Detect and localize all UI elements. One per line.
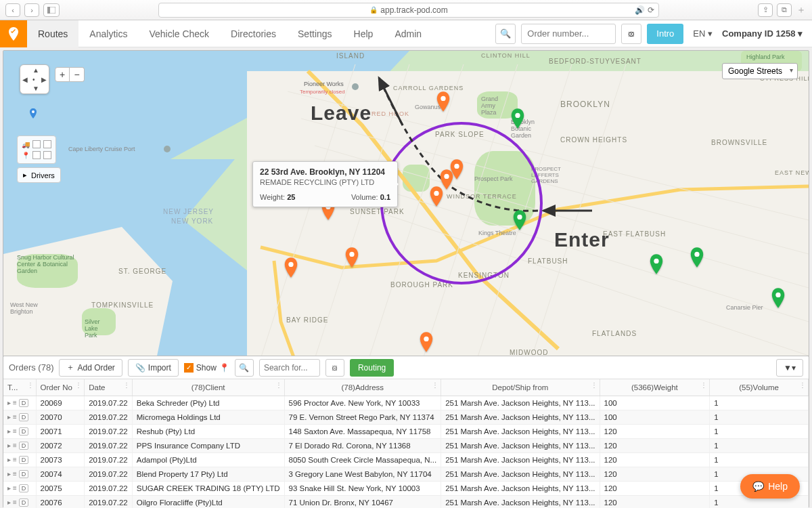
- import-button[interactable]: 📎Import: [128, 359, 179, 377]
- map-marker[interactable]: [344, 247, 359, 268]
- map-label: BROOKLYN: [560, 100, 610, 109]
- svg-point-14: [654, 259, 658, 263]
- svg-point-11: [444, 174, 449, 179]
- pin-icon: 📍: [219, 363, 229, 373]
- url-text: app.track-pod.com: [380, 5, 447, 15]
- svg-point-16: [775, 293, 780, 297]
- filter-button[interactable]: ▼▾: [776, 359, 803, 377]
- map-label: Grand Army Plaza: [481, 96, 508, 116]
- svg-point-8: [349, 252, 354, 257]
- sidebar-toggle[interactable]: [43, 3, 60, 17]
- table-row[interactable]: ▸≡D 200762019.07.22Oilgro Floracliffe (P…: [3, 495, 809, 508]
- nav-routes[interactable]: Routes: [27, 20, 78, 47]
- map-label: EAST FLATBUSH: [603, 230, 666, 238]
- svg-point-9: [288, 262, 293, 267]
- svg-point-15: [694, 252, 699, 257]
- nav-help[interactable]: Help: [343, 20, 384, 47]
- pin-button[interactable]: [28, 108, 39, 125]
- share-icon[interactable]: ⇪: [758, 3, 773, 17]
- map-label: Temporarily closed: [300, 89, 345, 95]
- map-marker[interactable]: [690, 247, 704, 268]
- annotation-enter: Enter: [554, 228, 610, 251]
- order-search-input[interactable]: [521, 24, 616, 44]
- map-layers-panel[interactable]: 🚚 📍: [17, 135, 56, 164]
- table-row[interactable]: ▸≡D 200712019.07.22Reshub (Pty) Ltd148 S…: [3, 424, 809, 438]
- zoom-control[interactable]: + −: [55, 67, 85, 82]
- map-label: NEW JERSEY: [163, 208, 214, 215]
- map-layer-select[interactable]: Google Streets: [722, 63, 798, 79]
- map-marker[interactable]: [284, 257, 298, 278]
- map-label: CLINTON HILL: [481, 52, 531, 59]
- intro-button[interactable]: Intro: [647, 24, 683, 44]
- zoom-out-button[interactable]: −: [70, 67, 85, 82]
- language-selector[interactable]: EN ▾: [689, 28, 717, 39]
- table-row[interactable]: ▸≡D 200692019.07.22Beka Schreder (Pty) L…: [3, 396, 809, 410]
- map-label: Snug Harbor Cultural Center & Botanical …: [17, 254, 78, 274]
- map-marker[interactable]: [419, 332, 434, 352]
- map-label: FLATLANDS: [592, 330, 637, 337]
- show-toggle[interactable]: ✓Show 📍: [184, 363, 229, 373]
- map-label: CROWN HEIGHTS: [560, 136, 627, 144]
- map-label: CARROLL GARDENS: [393, 85, 464, 91]
- clear-search-button[interactable]: ⦻: [621, 24, 641, 44]
- map-marker[interactable]: [439, 169, 454, 190]
- annotation-leave: Leave: [311, 102, 371, 125]
- marker-tooltip: 22 53rd Ave. Brooklyn, NY 11204 REMADE R…: [252, 161, 398, 207]
- table-row[interactable]: ▸≡D 200742019.07.22Blend Property 17 Pty…: [3, 467, 809, 481]
- orders-title: Orders (78): [9, 362, 53, 373]
- map-label: Canarsie Pier: [726, 304, 763, 311]
- map-label: ST. GEORGE: [118, 268, 166, 275]
- tooltip-address: 22 53rd Ave. Brooklyn, NY 11204: [260, 167, 390, 177]
- map-label: BAY RIDGE: [286, 316, 329, 324]
- top-nav: RoutesAnalyticsVehicle CheckDirectoriesS…: [0, 20, 812, 47]
- map[interactable]: BEDFORD-STUYVESANT BROOKLYN CROWN HEIGHT…: [3, 50, 809, 358]
- nav-admin[interactable]: Admin: [384, 20, 432, 47]
- nav-directories[interactable]: Directories: [220, 20, 287, 47]
- zoom-in-button[interactable]: +: [55, 67, 70, 82]
- map-label: Silver Lake Park: [85, 318, 112, 339]
- tabs-icon[interactable]: ⧉: [777, 3, 792, 17]
- map-label: FLATBUSH: [528, 257, 568, 265]
- table-search-input[interactable]: [259, 359, 320, 377]
- map-label: Cape Liberty Cruise Port: [68, 146, 135, 152]
- url-bar[interactable]: 🔒 app.track-pod.com 🔊 ⟳: [158, 3, 659, 18]
- map-marker[interactable]: [512, 210, 527, 230]
- orders-table: T...⋮ Order No⋮ Date⋮ (78)Client⋮ (78)Ad…: [3, 379, 809, 508]
- drivers-toggle[interactable]: ▸Drivers: [17, 167, 61, 183]
- table-clear-button[interactable]: ⦻: [325, 359, 344, 377]
- new-tab-button[interactable]: ＋: [796, 3, 807, 17]
- browser-chrome: ‹ › 🔒 app.track-pod.com 🔊 ⟳ ⇪ ⧉ ＋: [0, 0, 812, 20]
- geofence-circle: [380, 122, 543, 284]
- map-label: BROWNSVILLE: [711, 139, 767, 146]
- pan-control[interactable]: ▲▼ ◀▶ •: [20, 64, 49, 94]
- table-search-icon[interactable]: 🔍: [235, 359, 254, 377]
- map-label: BEDFORD-STUYVESANT: [549, 58, 641, 65]
- map-label: EAST NEW YORK: [775, 169, 809, 176]
- reload-icon[interactable]: 🔊 ⟳: [635, 5, 654, 15]
- tooltip-client: REMADE RECYCLING (PTY) LTD: [260, 178, 390, 186]
- map-label: TOMPKINSVILLE: [91, 301, 154, 309]
- map-marker[interactable]: [436, 91, 451, 112]
- search-icon[interactable]: 🔍: [495, 24, 516, 44]
- add-order-button[interactable]: ＋Add Order: [59, 359, 122, 377]
- table-row[interactable]: ▸≡D 200722019.07.22PPS Insurance Company…: [3, 438, 809, 452]
- map-marker[interactable]: [649, 254, 664, 274]
- map-marker[interactable]: [510, 108, 525, 129]
- map-marker[interactable]: [771, 288, 786, 308]
- table-row[interactable]: ▸≡D 200732019.07.22Adampol (Pty)Ltd8050 …: [3, 452, 809, 467]
- back-button[interactable]: ‹: [5, 3, 20, 17]
- app-logo[interactable]: [0, 20, 27, 47]
- orders-panel: Orders (78) ＋Add Order 📎Import ✓Show 📍 🔍…: [3, 356, 809, 508]
- map-label: Island: [336, 52, 365, 60]
- nav-analytics[interactable]: Analytics: [78, 20, 138, 47]
- help-button[interactable]: 💬Help: [740, 474, 800, 499]
- nav-settings[interactable]: Settings: [287, 20, 343, 47]
- table-row[interactable]: ▸≡D 200702019.07.22Micromega Holdings Lt…: [3, 410, 809, 424]
- svg-point-17: [32, 110, 35, 113]
- routing-button[interactable]: Routing: [350, 359, 394, 377]
- table-row[interactable]: ▸≡D 200752019.07.22SUGAR CREEK TRADING 1…: [3, 481, 809, 495]
- nav-vehicle-check[interactable]: Vehicle Check: [138, 20, 220, 47]
- map-label: RED HOOK: [371, 110, 409, 117]
- company-selector[interactable]: Company ID 1258 ▾: [722, 28, 803, 39]
- forward-button[interactable]: ›: [24, 3, 39, 17]
